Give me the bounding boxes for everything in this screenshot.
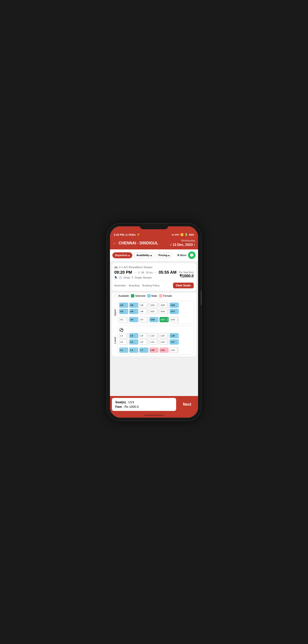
seat-U9[interactable]: U9 xyxy=(139,302,148,308)
upper-aisle xyxy=(119,314,193,317)
booking-summary: Seat(s) : U13 Fare : Rs 1000.0 xyxy=(112,398,176,411)
selected-legend-label: Selected xyxy=(135,294,145,297)
bottom-bar: Seat(s) : U13 Fare : Rs 1000.0 Next xyxy=(110,396,198,413)
male-legend-label: Male xyxy=(151,294,157,297)
seat-L15[interactable]: L15 xyxy=(160,333,169,338)
route-title: CHENNAI - DINDIGUL xyxy=(119,241,158,245)
arrive-time: 05:55 AM xyxy=(159,270,176,275)
availability-filter[interactable]: Availibility ▴ xyxy=(134,252,155,258)
upper-row-1: U3 U6 U9 U12 U15 U18 xyxy=(119,302,193,308)
per-seat-label: Per Seat from xyxy=(179,271,194,274)
seat-U11[interactable]: U11 xyxy=(149,309,159,314)
seat-icon: 💺 xyxy=(114,276,118,279)
selected-legend-box xyxy=(131,294,134,298)
status-time: 2:42 PM | 2.7KB/s xyxy=(114,233,136,236)
seat-U13[interactable]: U13 xyxy=(160,317,169,322)
filter-bar: Departure ▴ Availibility ▴ Pricing ▴ ⚙ M… xyxy=(110,250,198,261)
whatsapp-button[interactable]: 💬 xyxy=(188,251,196,259)
available-legend-box xyxy=(114,294,118,298)
bus-type-label: 2+1 A/C BharatBenz Sleeper xyxy=(119,266,152,269)
flash-icon: ⚡ xyxy=(137,233,140,236)
next-button[interactable]: Next xyxy=(178,396,196,413)
lower-deck-label: Lower xyxy=(114,337,116,344)
upper-row-3: U1 U4 U7 U10 U13 U16 xyxy=(119,317,193,322)
clock-icon: ⏱ xyxy=(138,271,140,274)
battery-icon: 🔋 xyxy=(185,233,188,236)
bus-icon: 🚌 xyxy=(114,266,118,269)
bus-card: 🚌 2+1 A/C BharatBenz Sleeper 09:20 PM ⏱ … xyxy=(112,263,196,291)
male-legend-box xyxy=(147,294,151,298)
view-seats-button[interactable]: View Seats xyxy=(173,282,194,288)
available-legend-label: Available xyxy=(118,294,129,297)
tab-boarding[interactable]: Boarding xyxy=(129,284,139,287)
seat-L11[interactable]: L11 xyxy=(149,339,159,344)
filter-icon: ⚙ xyxy=(177,254,180,257)
prev-date-button[interactable]: ‹ xyxy=(170,242,172,247)
seat-L7[interactable]: L7 xyxy=(139,348,148,353)
upper-row-2: U2 U5 U8 U11 U14 U17 xyxy=(119,309,193,314)
seat-L9[interactable]: L9 xyxy=(139,333,148,338)
home-indicator-bar xyxy=(110,413,198,418)
upper-deck-container: Upper U3 U6 U9 U12 U15 U18 xyxy=(114,301,194,324)
female-legend-box xyxy=(159,294,163,298)
seat-U3[interactable]: U3 xyxy=(119,302,128,308)
seat-L18[interactable]: L18 xyxy=(170,333,179,338)
seat-L12[interactable]: L12 xyxy=(149,333,159,338)
seat-U16[interactable]: U16 xyxy=(170,317,179,322)
header: ← CHENNAI - DINDIGUL Wednesday ‹ 13 Dec,… xyxy=(110,238,198,250)
seat-U14[interactable]: U14 xyxy=(160,309,169,314)
departure-filter[interactable]: Departure ▴ xyxy=(112,252,132,258)
seat-U12[interactable]: U12 xyxy=(149,302,159,308)
signal-icon: Vo WiFi xyxy=(172,234,179,236)
duration-label: 08 : 35 hrs xyxy=(141,271,152,274)
single-sleeper-count: 5 xyxy=(132,276,133,279)
upper-deck: U3 U6 U9 U12 U15 U18 U2 U5 U8 U11 xyxy=(117,301,194,324)
lower-deck-container: Lower ⚽ L3 L6 L9 L12 L15 L xyxy=(114,326,194,354)
seats-label: Seats xyxy=(123,276,130,279)
seat-L2[interactable]: L2 xyxy=(119,339,128,344)
next-date-button[interactable]: › xyxy=(194,242,195,247)
seat-U1[interactable]: U1 xyxy=(119,317,128,322)
lower-aisle xyxy=(119,344,193,348)
depart-time: 09:20 PM xyxy=(114,270,132,275)
seat-legend: Available Selected Male Female xyxy=(112,293,196,299)
lower-deck: ⚽ L3 L6 L9 L12 L15 L18 L xyxy=(117,326,194,354)
seat-L5[interactable]: L5 xyxy=(129,339,138,344)
seat-L13[interactable]: L13 xyxy=(160,348,169,353)
price-display: ₹1000.0 xyxy=(179,274,194,278)
home-indicator xyxy=(144,415,164,416)
seat-U4[interactable]: U4 xyxy=(129,317,138,322)
seat-L8[interactable]: L8 xyxy=(139,339,148,344)
seat-L1[interactable]: L1 xyxy=(119,348,128,353)
seat-U2[interactable]: U2 xyxy=(119,309,128,314)
seats-summary-label: Seat(s) xyxy=(115,400,126,404)
seat-U7[interactable]: U7 xyxy=(139,317,148,322)
seat-L3[interactable]: L3 xyxy=(119,333,128,338)
seat-L6[interactable]: L6 xyxy=(129,333,138,338)
seat-section: Upper U3 U6 U9 U12 U15 U18 xyxy=(112,299,196,356)
seat-U10[interactable]: U10 xyxy=(149,317,159,322)
pricing-filter[interactable]: Pricing ▴ xyxy=(156,252,172,258)
seat-L16[interactable]: L16 xyxy=(170,348,179,353)
fare-label: Fare xyxy=(115,405,122,408)
more-filter[interactable]: ⚙ More xyxy=(177,254,187,257)
seat-L17[interactable]: L17 xyxy=(170,339,179,344)
wifi-icon: 📶 xyxy=(180,233,184,236)
seat-L10[interactable]: L10 xyxy=(149,348,159,353)
seat-U6[interactable]: U6 xyxy=(129,302,138,308)
seat-U18[interactable]: U18 xyxy=(170,302,179,308)
seats-count: 21 xyxy=(119,276,122,279)
seat-U5[interactable]: U5 xyxy=(129,309,138,314)
seat-U15[interactable]: U15 xyxy=(160,302,169,308)
lower-row-2: L2 L5 L8 L11 L14 L17 xyxy=(119,339,193,344)
date-display: 13 Dec, 2023 xyxy=(173,243,193,246)
seat-U17[interactable]: U17 xyxy=(170,309,179,314)
seat-L4[interactable]: L4 xyxy=(129,348,138,353)
seat-U8[interactable]: U8 xyxy=(139,309,148,314)
whatsapp-icon: 💬 xyxy=(189,253,194,258)
back-button[interactable]: ← xyxy=(113,241,117,245)
tab-amenities[interactable]: Amenities xyxy=(114,284,126,287)
seat-L14[interactable]: L14 xyxy=(160,339,169,344)
main-content: 🚌 2+1 A/C BharatBenz Sleeper 09:20 PM ⏱ … xyxy=(110,261,198,396)
tab-booking-policy[interactable]: Booking Policy xyxy=(142,284,160,287)
